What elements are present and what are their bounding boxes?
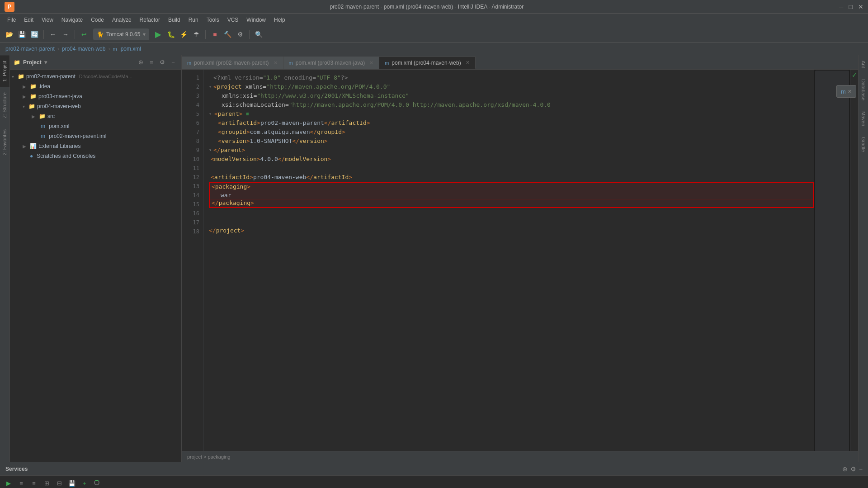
sync-btn[interactable]: 🔄	[29, 29, 40, 40]
tree-item-src[interactable]: ▶ 📁 src	[10, 111, 181, 121]
tree-item-idea[interactable]: ▶ 📁 .idea	[10, 81, 181, 91]
breadcrumb-item-3[interactable]: pom.xml	[121, 46, 141, 52]
sidebar-layout-btn[interactable]: ≡	[147, 58, 156, 67]
sidebar-title: 📁 Project ▾	[14, 59, 47, 66]
code-line-10: <modelVersion>4.0.0</modelVersion>	[209, 155, 814, 164]
tree-item-pom[interactable]: ▶ m pom.xml	[10, 121, 181, 131]
sidebar-settings-btn[interactable]: ⚙	[158, 58, 167, 67]
service-save-btn[interactable]: 💾	[67, 479, 77, 488]
folder-pro03-icon: 📁	[30, 93, 37, 99]
editor-area: m pom.xml (pro02-maven-parent) ✕ m pom.x…	[182, 55, 858, 462]
maximize-btn[interactable]: □	[849, 3, 853, 10]
left-tab-project[interactable]: 1: Project	[0, 55, 9, 87]
toolbar-sep-2	[75, 30, 75, 39]
code-line-8: <version>1.0-SNAPSHOT</version>	[209, 137, 814, 146]
breadcrumb-item-2[interactable]: pro04-maven-web	[62, 46, 106, 52]
menu-item-window[interactable]: Window	[243, 15, 269, 24]
menu-item-build[interactable]: Build	[165, 15, 184, 24]
right-tab-maven[interactable]: Maven	[859, 106, 868, 132]
coverage-btn[interactable]: ☂	[191, 29, 202, 40]
left-tab-structure[interactable]: Z: Structure	[0, 87, 9, 123]
debug-btn[interactable]: 🐛	[165, 29, 176, 40]
tree-item-scratches[interactable]: ▶ ● Scratches and Consoles	[10, 151, 181, 161]
save-btn[interactable]: 💾	[16, 29, 27, 40]
build-btn[interactable]: 🔨	[222, 29, 233, 40]
toolbar-sep-1	[43, 30, 44, 39]
profile-btn[interactable]: ⚡	[178, 29, 189, 40]
run-config-selector[interactable]: 🐈 Tomcat 9.0.65 ▾	[93, 28, 149, 40]
title-bar-controls[interactable]: ─ □ ✕	[839, 3, 863, 10]
code-line-3: xmlns:xsi="http://www.w3.org/2001/XMLSch…	[209, 91, 814, 100]
folder-icon: 📁	[14, 59, 20, 66]
service-add-btn[interactable]: +	[80, 479, 90, 488]
maven-pom-icon: m	[41, 123, 45, 129]
tab-close-3[interactable]: ✕	[466, 60, 470, 66]
tab-pom-parent[interactable]: m pom.xml (pro02-maven-parent) ✕	[182, 57, 283, 69]
menu-item-code[interactable]: Code	[87, 15, 108, 24]
menu-item-vcs[interactable]: VCS	[224, 15, 242, 24]
editor-bc-project[interactable]: project > packaging	[187, 454, 231, 460]
code-line-11	[209, 164, 814, 173]
tree-item-pro03[interactable]: ▶ 📁 pro03-maven-java	[10, 91, 181, 101]
main-layout: 1: Project Z: Structure 2: Favorites 📁 P…	[0, 55, 868, 462]
menu-item-refactor[interactable]: Refactor	[136, 15, 164, 24]
right-tab-ant[interactable]: Ant	[859, 55, 868, 74]
code-line-18: </project>	[209, 226, 814, 235]
app-logo: P	[5, 2, 14, 12]
fold-2[interactable]: ▾	[209, 82, 212, 91]
tree-label-pro04: pro04-maven-web	[37, 103, 81, 109]
fold-5[interactable]: ▾	[209, 109, 212, 118]
tab-close-1[interactable]: ✕	[274, 60, 278, 66]
menu-item-edit[interactable]: Edit	[20, 15, 37, 24]
tree-arrow-pro03: ▶	[23, 94, 26, 99]
tree-arrow-root: ▾	[12, 74, 14, 79]
run-btn[interactable]: ▶	[153, 29, 164, 40]
breadcrumb-sep-1: ›	[57, 46, 59, 52]
service-run-btn[interactable]: ▶	[4, 479, 14, 488]
menu-item-file[interactable]: File	[4, 15, 19, 24]
undo-btn[interactable]: ↩	[79, 29, 90, 40]
editor-content[interactable]: 1 2 3 4 5 6 7 8 9 10 11 12 13 14 15 16 1…	[182, 70, 858, 451]
sidebar-scope-btn[interactable]: ⊕	[136, 58, 145, 67]
sidebar-dropdown-icon[interactable]: ▾	[44, 59, 47, 66]
menu-item-view[interactable]: View	[38, 15, 57, 24]
tree-root[interactable]: ▾ 📁 pro02-maven-parent D:\code\JavaCode\…	[10, 71, 181, 81]
services-add-btn[interactable]: ⊕	[842, 465, 848, 473]
tree-arrow-pro04: ▾	[23, 104, 25, 109]
forward-btn[interactable]: →	[60, 29, 71, 40]
service-grid-btn[interactable]: ⊞	[42, 479, 52, 488]
sidebar: 📁 Project ▾ ⊕ ≡ ⚙ − ▾ 📁 pro02-maven-pare…	[10, 55, 182, 462]
menu-item-navigate[interactable]: Navigate	[58, 15, 86, 24]
services-header-actions: ⊕ ⚙ −	[842, 465, 863, 473]
tab-pom-java[interactable]: m pom.xml (pro03-maven-java) ✕	[283, 57, 380, 69]
menu-item-help[interactable]: Help	[270, 15, 289, 24]
title-bar-title: pro02-maven-parent - pom.xml (pro04-mave…	[330, 4, 524, 10]
back-btn[interactable]: ←	[47, 29, 58, 40]
service-align2-btn[interactable]: ≡	[29, 479, 39, 488]
tree-item-libs[interactable]: ▶ 📊 External Libraries	[10, 141, 181, 151]
line-numbers: 1 2 3 4 5 6 7 8 9 10 11 12 13 14 15 16 1…	[182, 70, 203, 451]
services-minimize-btn[interactable]: −	[859, 465, 863, 473]
minimize-btn[interactable]: ─	[839, 3, 844, 10]
code-editor[interactable]: ▶ <?xml version="1.0" encoding="UTF-8"?>…	[203, 70, 814, 451]
menu-item-tools[interactable]: Tools	[203, 15, 223, 24]
tree-item-iml[interactable]: ▶ m pro02-maven-parent.iml	[10, 131, 181, 141]
service-filter-btn[interactable]: ⊟	[54, 479, 64, 488]
tree-item-pro04[interactable]: ▾ 📁 pro04-maven-web	[10, 101, 181, 111]
right-tab-gradle[interactable]: Gradle	[859, 132, 868, 157]
tab-close-2[interactable]: ✕	[369, 60, 373, 66]
open-file-btn[interactable]: 📂	[4, 29, 14, 40]
menu-item-run[interactable]: Run	[185, 15, 202, 24]
sidebar-minimize-btn[interactable]: −	[169, 58, 178, 67]
services-settings-btn[interactable]: ⚙	[850, 465, 856, 473]
maven-btn[interactable]: ⚙	[235, 29, 245, 40]
right-tab-database[interactable]: Database	[859, 74, 868, 106]
menu-item-analyze[interactable]: Analyze	[108, 15, 135, 24]
search-everywhere-btn[interactable]: 🔍	[253, 29, 264, 40]
service-align-btn[interactable]: ≡	[16, 479, 26, 488]
close-btn[interactable]: ✕	[858, 3, 863, 10]
stop-btn[interactable]: ■	[209, 29, 220, 40]
tab-pom-web[interactable]: m pom.xml (pro04-maven-web) ✕	[379, 57, 476, 69]
left-tab-favorites[interactable]: 2: Favorites	[0, 124, 9, 161]
breadcrumb-item-1[interactable]: pro02-maven-parent	[5, 46, 55, 52]
